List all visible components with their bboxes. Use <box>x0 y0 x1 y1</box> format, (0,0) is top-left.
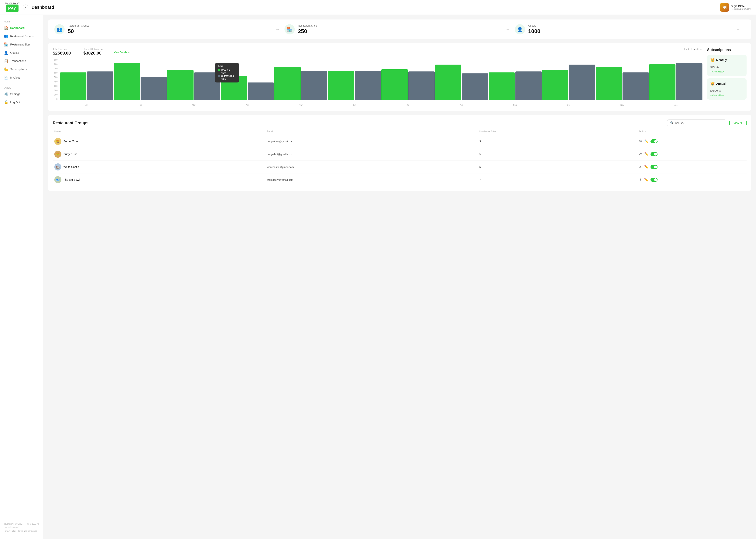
guests-icon: 👤 <box>4 50 8 55</box>
tooltip-revenue-value: $520 <box>218 72 236 75</box>
bar-revenue <box>489 72 515 100</box>
table-column-headers: Name Email Number of Sites Actions <box>53 130 747 135</box>
sidebar-item-dashboard[interactable]: 🏠 Dashboard <box>0 24 43 32</box>
row-avatar: 🏰 <box>54 163 61 171</box>
row-avatar: 🥣 <box>54 176 61 183</box>
chart-period-selector[interactable]: Last 12 months ▾ <box>684 48 703 50</box>
table-header: Restaurant Groups 🔍 View All <box>53 119 747 126</box>
row-avatar: 🍔 <box>54 151 61 158</box>
outstanding-value: $3020.00 <box>84 50 103 56</box>
sidebar-item-invoices[interactable]: 🧾 Invoices <box>0 73 43 82</box>
user-role: Restaurant Company <box>731 8 751 10</box>
tooltip-revenue-label: Revenue <box>221 69 231 71</box>
x-axis-label: Mar <box>167 104 220 106</box>
chart-month-group <box>489 71 542 100</box>
monthly-unit: /site <box>715 66 719 69</box>
chart-month-group <box>381 69 434 100</box>
bar-outstanding <box>301 71 328 100</box>
x-axis-label: Jan <box>60 104 113 106</box>
chart-bars <box>60 59 703 100</box>
sidebar: Menu 🏠 Dashboard 👥 Restaurant Groups 🏪 R… <box>0 15 43 539</box>
row-sites: 7 <box>480 178 639 181</box>
toggle-active[interactable] <box>650 152 657 156</box>
chart-month-group <box>60 71 113 100</box>
view-all-button[interactable]: View All <box>729 120 747 126</box>
stat-label-restaurant-sites: Restaurant Sites <box>298 24 317 27</box>
logo-brand: TOUCHPOINT <box>5 2 20 5</box>
terms-link[interactable]: Terms and Conditions <box>18 530 37 533</box>
chart-month-group <box>435 65 488 100</box>
monthly-create-button[interactable]: + Create New <box>710 70 743 73</box>
monthly-price: $45/site <box>710 64 743 69</box>
edit-icon[interactable]: ✏️ <box>644 178 648 182</box>
edit-icon[interactable]: ✏️ <box>644 165 648 169</box>
y-axis-label: 800 <box>53 63 57 65</box>
search-input[interactable] <box>675 121 723 124</box>
invoices-icon: 🧾 <box>4 75 8 80</box>
sidebar-item-label: Transactions <box>10 59 26 63</box>
sidebar-item-restaurant-groups[interactable]: 👥 Restaurant Groups <box>0 32 43 40</box>
user-name: Suya Plate <box>731 5 751 8</box>
view-details-link[interactable]: View Details → <box>114 51 130 54</box>
row-name-text: White Castle <box>63 165 79 169</box>
bar-outstanding <box>355 71 381 100</box>
chart-header: Total Revenue $2589.00 Current Outstandi… <box>53 48 703 56</box>
search-icon: 🔍 <box>670 121 673 124</box>
row-name: 🍔 Burger Time <box>54 138 267 145</box>
x-axis-label: Aug <box>435 104 488 106</box>
sidebar-item-transactions[interactable]: 📋 Transactions <box>0 57 43 65</box>
view-icon[interactable]: 👁 <box>639 178 642 182</box>
toggle-active[interactable] <box>650 178 657 182</box>
bar-outstanding <box>569 65 595 100</box>
view-icon[interactable]: 👁 <box>639 139 642 143</box>
logout-icon: 🔓 <box>4 100 8 105</box>
x-axis-label: Dec <box>649 104 703 106</box>
row-email: burgerhut@gmail.com <box>267 153 479 156</box>
row-name-text: The Big Bowl <box>63 178 80 181</box>
sidebar-item-logout[interactable]: 🔓 Log Out <box>0 98 43 107</box>
row-sites: 3 <box>480 140 639 143</box>
stat-value-guests: 1000 <box>528 28 540 35</box>
total-revenue-label: Total Revenue <box>53 48 71 50</box>
x-axis-label: Apr <box>220 104 274 106</box>
search-box[interactable]: 🔍 <box>667 119 726 126</box>
tooltip-outstanding-row: Outstanding <box>218 75 236 77</box>
outstanding-label: Current Outstanding <box>84 48 103 50</box>
bar-outstanding <box>462 73 488 100</box>
edit-icon[interactable]: ✏️ <box>644 152 648 156</box>
view-icon[interactable]: 👁 <box>639 165 642 169</box>
row-name: 🍔 Burger Hut <box>54 151 267 158</box>
sidebar-item-settings[interactable]: ⚙️ Settings <box>0 90 43 98</box>
col-header-actions: Actions <box>639 130 745 133</box>
arrow-icon-1: → <box>271 27 284 32</box>
sidebar-item-subscriptions[interactable]: 👑 Subscriptions <box>0 65 43 73</box>
page-title: Dashboard <box>32 5 717 10</box>
bar-revenue <box>649 64 676 100</box>
stat-value-restaurant-sites: 250 <box>298 28 317 35</box>
row-sites: 5 <box>480 165 639 169</box>
y-axis-label: 700 <box>53 67 57 70</box>
sidebar-item-restaurant-sites[interactable]: 🏪 Restaurant Sites <box>0 40 43 49</box>
restaurant-groups-section: Restaurant Groups 🔍 View All Name Email … <box>48 115 751 191</box>
edit-icon[interactable]: ✏️ <box>644 139 648 143</box>
row-actions: 👁 ✏️ <box>639 139 745 143</box>
stat-label-restaurant-groups: Restaurant Groups <box>68 24 89 27</box>
chart-area: 0100200300400500600700800900 JanFebMarAp… <box>53 59 703 106</box>
arrow-icon-2: → <box>501 27 515 32</box>
bar-outstanding <box>87 71 113 100</box>
annual-create-button[interactable]: + Create New <box>710 94 743 97</box>
sidebar-collapse-button[interactable]: ‹ <box>23 5 28 10</box>
toggle-active[interactable] <box>650 165 657 169</box>
subscription-annual-card: 👑 Annual $499/site + Create New <box>707 78 747 100</box>
privacy-policy-link[interactable]: Privacy Policy <box>4 530 16 533</box>
sidebar-item-guests[interactable]: 👤 Guests <box>0 49 43 57</box>
sidebar-item-label: Restaurant Sites <box>10 43 31 46</box>
toggle-active[interactable] <box>650 139 657 143</box>
row-avatar: 🍔 <box>54 138 61 145</box>
tooltip-outstanding-label: Outstanding <box>221 75 234 77</box>
row-name: 🥣 The Big Bowl <box>54 176 267 183</box>
user-details: Suya Plate Restaurant Company <box>731 5 751 10</box>
view-icon[interactable]: 👁 <box>639 152 642 156</box>
row-name-text: Burger Hut <box>63 153 77 156</box>
subscriptions-icon: 👑 <box>4 67 8 71</box>
